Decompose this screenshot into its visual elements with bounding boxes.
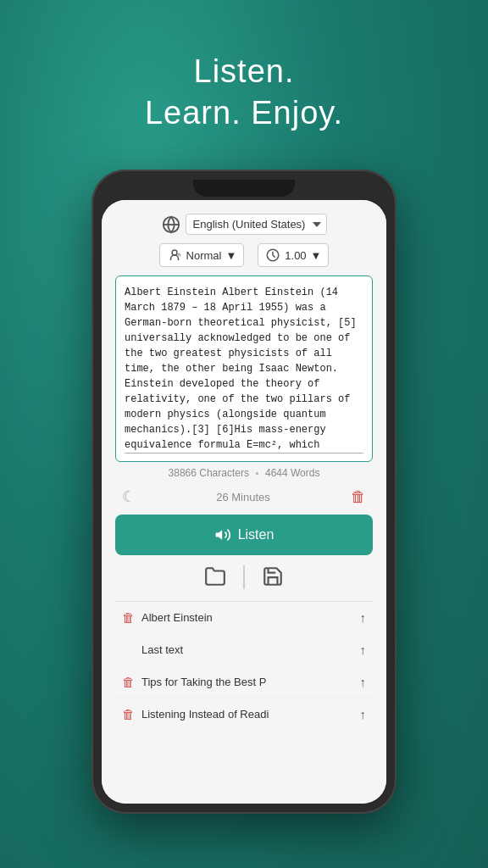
moon-icon: ☾: [122, 487, 136, 506]
history-item-upload-icon[interactable]: ↑: [360, 675, 367, 689]
word-count: 4644 Words: [265, 467, 319, 479]
globe-icon: [162, 215, 180, 234]
history-item[interactable]: Last text ↑: [115, 634, 373, 666]
duration-text: 26 Minutes: [216, 491, 270, 504]
speed-dropdown: ▼: [311, 249, 322, 262]
history-item-label: Listening Instead of Readi: [141, 708, 353, 721]
history-item[interactable]: 🗑 Listening Instead of Readi ↑: [115, 698, 373, 731]
listen-button[interactable]: Listen: [115, 515, 373, 555]
history-item-upload-icon[interactable]: ↑: [360, 610, 367, 625]
open-file-button[interactable]: [204, 565, 226, 593]
voice-control[interactable]: Normal ▼: [159, 243, 245, 267]
screen-content: English (United States) English (UK) Spa…: [102, 200, 386, 804]
text-content: Albert Einstein Albert Einstein (14 Marc…: [125, 287, 363, 453]
stats-separator: [256, 472, 258, 475]
history-item-label: Tips for Taking the Best P: [141, 676, 353, 688]
delete-icon[interactable]: 🗑: [351, 488, 366, 506]
tagline: Listen. Learn. Enjoy.: [0, 51, 488, 135]
text-area[interactable]: Albert Einstein Albert Einstein (14 Marc…: [115, 275, 373, 462]
time-row: ☾ 26 Minutes 🗑: [115, 487, 373, 506]
stats-row: 38866 Characters 4644 Words: [115, 467, 373, 479]
voice-label: Normal: [186, 249, 222, 262]
char-count: 38866 Characters: [169, 467, 249, 479]
language-row: English (United States) English (UK) Spa…: [115, 214, 373, 235]
svg-point-2: [172, 250, 177, 255]
history-item-label: Albert Einstein: [141, 611, 353, 624]
file-icons-row: [115, 565, 373, 593]
save-icon: [262, 565, 284, 587]
phone-screen: English (United States) English (UK) Spa…: [102, 200, 386, 804]
speaker-icon: [214, 526, 231, 543]
speed-control[interactable]: 1.00 ▼: [258, 243, 329, 267]
history-trash-icon[interactable]: 🗑: [122, 707, 135, 721]
history-item[interactable]: 🗑 Albert Einstein ↑: [115, 602, 373, 634]
save-file-button[interactable]: [262, 565, 284, 593]
history-item-upload-icon[interactable]: ↑: [360, 707, 367, 721]
history-list: 🗑 Albert Einstein ↑ Last text ↑ 🗑 Tips f…: [115, 601, 373, 797]
speed-label: 1.00: [285, 249, 306, 262]
history-trash-icon[interactable]: 🗑: [122, 675, 135, 689]
phone-frame: English (United States) English (UK) Spa…: [92, 170, 396, 814]
controls-row: Normal ▼ 1.00 ▼: [115, 243, 373, 267]
history-item-upload-icon[interactable]: ↑: [360, 643, 367, 657]
person-voice-icon: [167, 248, 182, 263]
speed-icon: [265, 248, 280, 263]
tagline-line2: Learn. Enjoy.: [0, 92, 488, 134]
history-item-label: Last text: [122, 643, 353, 656]
phone-notch: [193, 180, 295, 197]
history-item[interactable]: 🗑 Tips for Taking the Best P ↑: [115, 666, 373, 698]
language-select[interactable]: English (United States) English (UK) Spa…: [186, 214, 327, 235]
history-trash-icon[interactable]: 🗑: [122, 610, 135, 625]
listen-label: Listen: [238, 527, 274, 542]
folder-icon: [204, 565, 226, 587]
tagline-line1: Listen.: [0, 51, 488, 92]
icon-divider: [243, 565, 245, 589]
voice-dropdown: ▼: [225, 249, 236, 262]
